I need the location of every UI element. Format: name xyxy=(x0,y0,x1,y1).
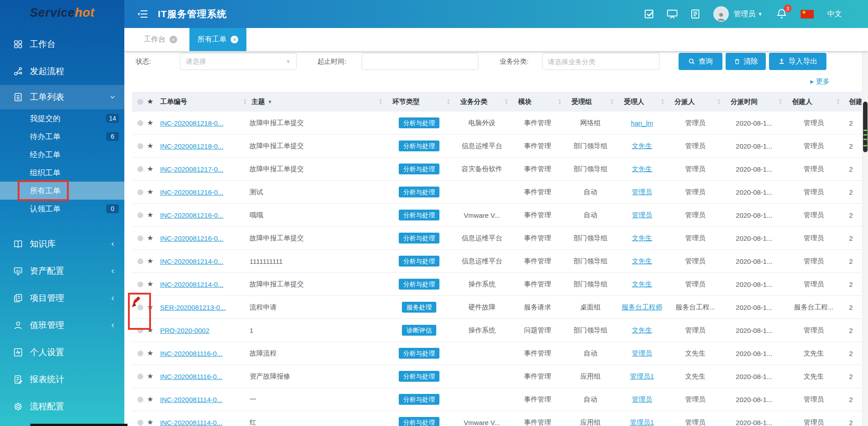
row-select-circle[interactable] xyxy=(137,166,143,172)
sidebar-item-project-mgmt[interactable]: 项目管理 xyxy=(0,285,124,312)
sort-arrows-icon[interactable]: ▲▼ xyxy=(778,98,782,105)
monitor-icon[interactable] xyxy=(666,9,678,19)
favorite-star-icon[interactable]: ★ xyxy=(147,373,153,380)
row-select-circle[interactable] xyxy=(137,281,143,287)
sort-arrows-icon[interactable]: ▲▼ xyxy=(447,98,450,105)
favorite-star-icon[interactable]: ★ xyxy=(147,350,153,357)
more-link[interactable]: ▶ 更多 xyxy=(810,77,830,86)
bell-icon[interactable]: 3 xyxy=(776,8,787,20)
language-switch[interactable]: 中文 xyxy=(827,9,842,19)
assignee-link[interactable]: 管理员 xyxy=(632,395,652,404)
assignee-link[interactable]: han_lm xyxy=(631,119,653,127)
ticket-id-link[interactable]: INC-2020081218-0... xyxy=(160,119,223,127)
row-select-circle[interactable] xyxy=(137,258,143,264)
row-select-circle[interactable] xyxy=(137,143,143,149)
assignee-link[interactable]: 服务台工程师 xyxy=(622,303,662,312)
favorite-star-icon[interactable]: ★ xyxy=(147,142,153,150)
column-header-4[interactable]: 业务分类▲▼ xyxy=(453,92,511,112)
sidebar-item-asset-config[interactable]: 资产配置 xyxy=(0,257,124,285)
import-export-button[interactable]: 导入导出 xyxy=(769,53,826,70)
sidebar-item-duty-mgmt[interactable]: 值班管理 xyxy=(0,312,124,339)
ticket-id-link[interactable]: SER-2020081213-0... xyxy=(160,304,226,311)
ticket-id-link[interactable]: INC-2020081114-0... xyxy=(160,396,222,403)
query-button[interactable]: 查询 xyxy=(679,53,722,70)
row-select-circle[interactable] xyxy=(137,351,143,356)
favorite-star-icon[interactable]: ★ xyxy=(147,396,153,403)
close-icon[interactable]: × xyxy=(231,36,238,43)
sort-arrows-icon[interactable]: ▲▼ xyxy=(505,98,508,105)
row-select-circle[interactable] xyxy=(137,420,143,426)
row-select-circle[interactable] xyxy=(137,212,143,218)
column-header-8[interactable]: 分派人▲▼ xyxy=(667,92,723,112)
collapse-menu-icon[interactable] xyxy=(137,9,149,19)
user-name[interactable]: 管理员 xyxy=(734,9,755,19)
sidebar-item-knowledge-base[interactable]: 知识库 xyxy=(0,230,124,257)
avatar[interactable] xyxy=(713,6,729,22)
row-select-circle[interactable] xyxy=(137,120,143,126)
ticket-id-link[interactable]: INC-2020081216-0... xyxy=(160,234,223,242)
column-header-9[interactable]: 分派时间▲▼ xyxy=(723,92,785,112)
sidebar-subitem-all-tickets[interactable]: 所有工单 xyxy=(0,182,124,200)
tab-all-tickets[interactable]: 所有工单 × xyxy=(189,28,246,51)
assignee-link[interactable]: 文先生 xyxy=(632,257,652,266)
ticket-id-link[interactable]: INC-2020081216-0... xyxy=(160,188,223,196)
row-select-circle[interactable] xyxy=(137,235,143,241)
assignee-link[interactable]: 文先生 xyxy=(632,142,652,150)
ticket-id-link[interactable]: INC-2020081217-0... xyxy=(160,165,223,173)
favorite-star-icon[interactable]: ★ xyxy=(147,327,153,334)
sort-arrows-icon[interactable]: ▲▼ xyxy=(243,98,247,105)
assignee-link[interactable]: 文先生 xyxy=(632,280,652,289)
column-header-3[interactable]: 环节类型▲▼ xyxy=(385,92,453,112)
favorite-star-icon[interactable]: ★ xyxy=(147,98,153,105)
column-header-10[interactable]: 创建人▲▼ xyxy=(785,92,843,112)
row-select-circle[interactable] xyxy=(137,374,143,379)
assignee-link[interactable]: 管理员1 xyxy=(630,372,654,381)
sidebar-subitem-todo-tickets[interactable]: 待办工单6 xyxy=(0,127,124,145)
favorite-star-icon[interactable]: ★ xyxy=(147,304,153,311)
favorite-star-icon[interactable]: ★ xyxy=(147,234,153,242)
china-flag-icon[interactable]: ★ xyxy=(801,10,814,19)
sort-arrows-icon[interactable]: ▲▼ xyxy=(558,98,561,105)
favorite-star-icon[interactable]: ★ xyxy=(147,165,153,173)
sort-arrows-icon[interactable]: ▲▼ xyxy=(610,98,614,105)
assignee-link[interactable]: 文先生 xyxy=(632,326,652,335)
column-header-2[interactable]: 主题▼▲▼ xyxy=(250,92,385,112)
sort-arrows-icon[interactable]: ▲▼ xyxy=(717,98,721,105)
assignee-link[interactable]: 文先生 xyxy=(632,234,652,243)
favorite-star-icon[interactable]: ★ xyxy=(147,211,153,219)
favorite-star-icon[interactable]: ★ xyxy=(147,188,153,196)
row-select-circle[interactable] xyxy=(137,189,143,195)
row-select-circle[interactable] xyxy=(137,328,143,333)
column-header-5[interactable]: 模块▲▼ xyxy=(511,92,564,112)
horizontal-scrollbar-thumb[interactable] xyxy=(30,424,127,426)
sidebar-item-report-stats[interactable]: 报表统计 xyxy=(0,366,124,393)
select-all-circle[interactable] xyxy=(137,99,143,105)
favorite-star-icon[interactable]: ★ xyxy=(147,257,153,265)
ticket-id-link[interactable]: INC-2020081214-0... xyxy=(160,257,223,265)
sidebar-subitem-claim-tickets[interactable]: 认领工单0 xyxy=(0,200,124,218)
column-header-7[interactable]: 受理人▲▼ xyxy=(617,92,667,112)
sidebar-item-personal-settings[interactable]: 个人设置 xyxy=(0,339,124,366)
assignee-link[interactable]: 文先生 xyxy=(632,165,652,173)
assignee-link[interactable]: 管理员1 xyxy=(630,418,654,426)
assignee-link[interactable]: 管理员 xyxy=(632,211,652,220)
scrollbar-thumb[interactable] xyxy=(863,102,868,152)
ticket-id-link[interactable]: PRO-2020-0002 xyxy=(160,327,209,334)
status-select[interactable]: 请选择 ▼ xyxy=(180,53,297,70)
task-check-icon[interactable] xyxy=(644,9,655,19)
clipboard-list-icon[interactable] xyxy=(690,9,701,19)
close-icon[interactable]: × xyxy=(170,36,177,43)
clear-button[interactable]: 清除 xyxy=(726,53,766,70)
sort-arrows-icon[interactable]: ▲▼ xyxy=(661,98,665,105)
sidebar-subitem-my-submitted[interactable]: 我提交的14 xyxy=(0,109,124,127)
ticket-id-link[interactable]: INC-2020081218-0... xyxy=(160,142,223,150)
sidebar-subitem-org-tickets[interactable]: 组织工单 xyxy=(0,164,124,182)
category-input[interactable] xyxy=(542,53,660,70)
row-select-circle[interactable] xyxy=(137,397,143,403)
tab-workbench[interactable]: 工作台 × xyxy=(136,28,185,51)
sidebar-item-process-config[interactable]: 流程配置 xyxy=(0,393,124,420)
sort-arrows-icon[interactable]: ▲▼ xyxy=(836,98,840,105)
ticket-id-link[interactable]: INC-2020081114-0... xyxy=(160,419,222,426)
sidebar-item-workbench[interactable]: 工作台 xyxy=(0,31,124,58)
vertical-scrollbar[interactable] xyxy=(862,52,868,426)
